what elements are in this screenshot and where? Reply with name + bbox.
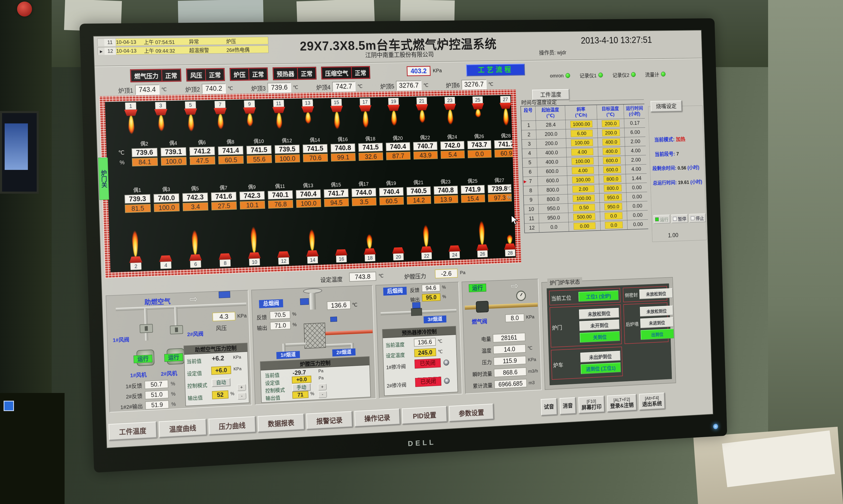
target-temp-input[interactable]: 200.0 bbox=[602, 129, 620, 136]
burner: 4 bbox=[150, 212, 179, 269]
thermocouple: 偶14 741.5 70.6 bbox=[302, 136, 329, 162]
target-temp-input[interactable]: 400.0 bbox=[602, 138, 620, 146]
stop-button[interactable]: 停止 bbox=[689, 214, 706, 223]
target-temp-input[interactable]: 400.0 bbox=[603, 148, 621, 155]
furnace-hearth: 1 3 5 7 9 11 13 15 17 19 21 bbox=[105, 95, 516, 272]
gas-row-value: 28161 bbox=[493, 332, 525, 342]
alarm-row[interactable]: 11 10-04-13 上午 07:54:51 异常 炉压 bbox=[97, 37, 269, 46]
system-button[interactable]: [ALT+F2] 登录&注销 bbox=[607, 394, 637, 412]
out-input[interactable]: 71 bbox=[292, 391, 309, 399]
alarm-type: 超温报警 bbox=[189, 46, 227, 54]
burner-block bbox=[306, 250, 319, 257]
increase-button[interactable]: + bbox=[318, 383, 327, 391]
preheater-cooling-title: 预热器掺冷控制 bbox=[382, 326, 455, 338]
gas-row-value: 6966.685 bbox=[494, 379, 527, 389]
nav-button[interactable]: 数据报表 bbox=[257, 414, 305, 432]
rate-input[interactable]: 4.00 bbox=[571, 148, 593, 156]
burner-number-tag: 15 bbox=[331, 99, 342, 106]
roof-temp: 炉顶5 3276.7 ℃ bbox=[380, 80, 429, 91]
pause-button[interactable]: 暂停 bbox=[671, 214, 688, 223]
rate-input[interactable]: 4.00 bbox=[572, 167, 594, 174]
run-time: 0.00 bbox=[626, 192, 648, 201]
mode-button[interactable]: 自动 bbox=[212, 378, 231, 387]
flame-icon bbox=[475, 109, 481, 123]
out-label: 输出值 bbox=[187, 394, 203, 402]
nav-button[interactable]: 压力曲线 bbox=[209, 416, 256, 435]
current-segment-marker-icon: ▶ bbox=[523, 179, 526, 184]
set-input[interactable]: +6.0 bbox=[211, 366, 231, 375]
roof-temp-value: 3276.7 bbox=[461, 79, 487, 90]
thermocouple: 偶12 739.5 100.0 bbox=[273, 136, 301, 163]
preheater-cooling-control: 预热器掺冷控制 当前温度 136.6 ℃ 设定温度 245.0 ℃ 1#掺冷阀 … bbox=[382, 326, 458, 396]
system-button[interactable]: [Alt+F4] 退出系统 bbox=[639, 393, 665, 410]
nav-button[interactable]: PID设置 bbox=[402, 406, 447, 424]
gas-flow-arrow-icon: ⇨ bbox=[510, 280, 519, 291]
burner-number-tag: 7 bbox=[214, 101, 226, 108]
set-temp-input[interactable]: 245.0 bbox=[414, 348, 436, 357]
nav-button[interactable]: 报警记录 bbox=[306, 411, 353, 430]
mode-button[interactable]: 手动 bbox=[292, 383, 311, 392]
gas-valve-body-icon bbox=[476, 301, 489, 313]
rate-input[interactable]: 1000.00 bbox=[570, 121, 592, 128]
nav-button[interactable]: 参数设置 bbox=[449, 403, 494, 422]
set-temp-unit: ℃ bbox=[438, 349, 443, 355]
rate-input[interactable]: 100.00 bbox=[572, 158, 594, 165]
decrease-button[interactable]: - bbox=[318, 391, 327, 398]
flame-icon bbox=[366, 224, 373, 249]
duct-pipe-right bbox=[326, 343, 354, 347]
gas-row-unit: KPa bbox=[528, 357, 536, 362]
monitor-brand-logo: DELL bbox=[408, 438, 436, 448]
burner-block bbox=[272, 107, 285, 113]
system-button[interactable]: 消音 bbox=[559, 397, 576, 415]
increase-button[interactable]: + bbox=[237, 384, 246, 391]
burner-block bbox=[448, 245, 461, 252]
nav-button[interactable]: 工件温度 bbox=[108, 421, 157, 440]
cur-unit: KPa bbox=[233, 355, 241, 360]
thermocouple-temp: 741.6 bbox=[211, 192, 237, 201]
system-button[interactable]: [F10] 屏幕打印 bbox=[578, 396, 605, 414]
position-state-lamp: 未进到位 bbox=[640, 317, 674, 328]
green-status-dot-icon bbox=[598, 73, 603, 77]
target-temp-input[interactable]: 200.0 bbox=[602, 120, 620, 127]
out-input[interactable]: 52 bbox=[212, 390, 229, 399]
rate-input[interactable]: 2.00 bbox=[572, 185, 594, 193]
system-button[interactable]: 试音 bbox=[541, 398, 557, 416]
target-temp-input[interactable]: 600.0 bbox=[603, 157, 621, 164]
target-temp-input[interactable]: 800.0 bbox=[604, 175, 622, 182]
nav-button[interactable]: 温度曲线 bbox=[159, 419, 207, 438]
decrease-button[interactable]: - bbox=[237, 393, 246, 400]
rate-input[interactable]: 500.00 bbox=[573, 213, 595, 220]
bottom-burner-row: 2 4 6 8 10 12 14 16 18 20 22 bbox=[121, 201, 516, 270]
rate-input[interactable]: 100.00 bbox=[572, 176, 594, 184]
chamber-pressure-control: 炉膛压力控制 当前值 -29.7 Pa 设定值 +0.0 Pa 控制模式 手动 … bbox=[260, 356, 371, 403]
remain-value: 0.56 bbox=[678, 165, 686, 171]
alarm-row[interactable]: ▶ 12 10-04-13 上午 09:44:32 超温报警 26#热电偶 bbox=[97, 46, 269, 55]
target-temp-input[interactable]: 600.0 bbox=[603, 166, 621, 173]
target-temp-input[interactable]: 950.0 bbox=[604, 203, 622, 210]
device-link-label: omron bbox=[550, 73, 564, 79]
target-temp-input[interactable]: 950.0 bbox=[604, 194, 622, 201]
rate-input[interactable]: 0.50 bbox=[573, 204, 595, 211]
mode-value: 加热 bbox=[676, 136, 685, 142]
process-flow-button[interactable]: 工艺流程 bbox=[466, 64, 525, 76]
burner-block bbox=[248, 252, 261, 259]
rate-input[interactable]: 6.00 bbox=[571, 130, 593, 137]
rate-input[interactable]: 100.00 bbox=[571, 139, 593, 146]
rate-input[interactable]: 100.00 bbox=[573, 195, 595, 202]
target-temp-input[interactable]: 0.0 bbox=[605, 212, 623, 220]
rate-input[interactable]: 0.00 bbox=[574, 222, 596, 230]
segment-no: 3 bbox=[528, 141, 531, 147]
run-button[interactable]: 运行 bbox=[653, 215, 670, 224]
run-checkbox-icon bbox=[655, 217, 659, 221]
set-input[interactable]: +0.0 bbox=[292, 376, 311, 384]
burner-number-tag: 26 bbox=[477, 250, 488, 257]
nav-button[interactable]: 操作记录 bbox=[354, 409, 400, 427]
segment-no: 9 bbox=[530, 197, 533, 203]
target-temp-input[interactable]: 0.0 bbox=[605, 221, 623, 229]
thermocouple-temp: 740.8 bbox=[434, 186, 458, 195]
thermocouple-temp: 742.3 bbox=[182, 193, 208, 202]
burner-settings-button[interactable]: 烧嘴设定 bbox=[650, 101, 682, 112]
out-label: 输出值 bbox=[266, 394, 281, 402]
target-temp-input[interactable]: 800.0 bbox=[604, 185, 622, 192]
thermocouple-label: 偶16 bbox=[338, 135, 348, 143]
